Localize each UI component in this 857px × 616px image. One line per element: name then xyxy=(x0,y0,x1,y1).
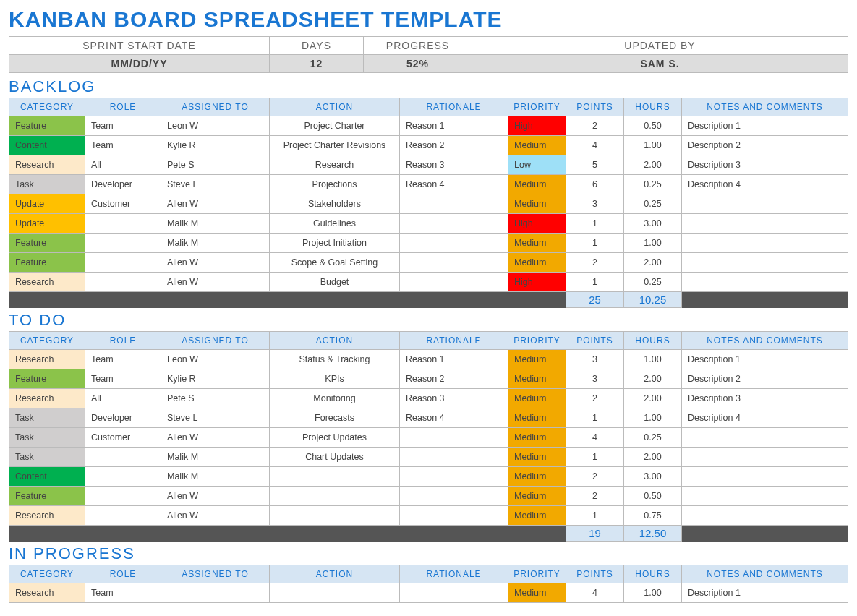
cell-action[interactable]: Stakeholders xyxy=(270,194,400,214)
cell-notes[interactable]: Description 4 xyxy=(682,175,848,194)
cell-role[interactable] xyxy=(85,234,161,253)
cell-rationale[interactable] xyxy=(400,428,508,448)
cell-role[interactable] xyxy=(85,487,161,506)
cell-priority[interactable]: High xyxy=(508,116,566,136)
cell-assigned[interactable] xyxy=(161,583,270,603)
cell-points[interactable]: 4 xyxy=(566,428,624,448)
cell-notes[interactable] xyxy=(682,273,848,292)
cell-notes[interactable] xyxy=(682,506,848,526)
cell-assigned[interactable]: Malik M xyxy=(161,214,270,234)
cell-notes[interactable] xyxy=(682,428,848,448)
cell-priority[interactable]: Medium xyxy=(508,428,566,448)
cell-notes[interactable] xyxy=(682,467,848,487)
header-value-updated[interactable]: SAM S. xyxy=(472,55,848,73)
cell-role[interactable]: Developer xyxy=(85,175,161,194)
cell-action[interactable]: Project Charter xyxy=(270,116,400,136)
cell-points[interactable]: 1 xyxy=(566,273,624,292)
cell-priority[interactable]: Medium xyxy=(508,253,566,273)
cell-hours[interactable]: 1.00 xyxy=(624,234,682,253)
cell-notes[interactable]: Description 1 xyxy=(682,116,848,136)
cell-priority[interactable]: High xyxy=(508,214,566,234)
cell-rationale[interactable]: Reason 3 xyxy=(400,155,508,175)
cell-rationale[interactable]: Reason 2 xyxy=(400,369,508,389)
cell-notes[interactable]: Description 2 xyxy=(682,369,848,389)
cell-rationale[interactable] xyxy=(400,273,508,292)
cell-role[interactable]: Team xyxy=(85,583,161,603)
cell-rationale[interactable] xyxy=(400,583,508,603)
cell-role[interactable]: Customer xyxy=(85,428,161,448)
cell-role[interactable]: All xyxy=(85,155,161,175)
cell-role[interactable] xyxy=(85,253,161,273)
cell-points[interactable]: 3 xyxy=(566,369,624,389)
cell-hours[interactable]: 2.00 xyxy=(624,448,682,467)
cell-action[interactable]: Project Initiation xyxy=(270,234,400,253)
cell-assigned[interactable]: Leon W xyxy=(161,350,270,369)
cell-rationale[interactable]: Reason 4 xyxy=(400,408,508,428)
cell-assigned[interactable]: Malik M xyxy=(161,234,270,253)
cell-category[interactable]: Task xyxy=(9,175,85,194)
cell-category[interactable]: Feature xyxy=(9,369,85,389)
cell-assigned[interactable]: Pete S xyxy=(161,155,270,175)
cell-points[interactable]: 3 xyxy=(566,194,624,214)
cell-hours[interactable]: 2.00 xyxy=(624,389,682,408)
cell-priority[interactable]: Medium xyxy=(508,408,566,428)
cell-hours[interactable]: 1.00 xyxy=(624,408,682,428)
cell-priority[interactable]: Medium xyxy=(508,583,566,603)
cell-action[interactable]: Project Updates xyxy=(270,428,400,448)
cell-rationale[interactable]: Reason 2 xyxy=(400,136,508,155)
cell-hours[interactable]: 0.25 xyxy=(624,194,682,214)
cell-category[interactable]: Task xyxy=(9,428,85,448)
cell-notes[interactable] xyxy=(682,214,848,234)
cell-priority[interactable]: Medium xyxy=(508,350,566,369)
cell-points[interactable]: 5 xyxy=(566,155,624,175)
cell-rationale[interactable] xyxy=(400,234,508,253)
cell-rationale[interactable] xyxy=(400,506,508,526)
cell-assigned[interactable]: Malik M xyxy=(161,467,270,487)
cell-category[interactable]: Research xyxy=(9,273,85,292)
cell-priority[interactable]: Low xyxy=(508,155,566,175)
cell-assigned[interactable]: Allen W xyxy=(161,194,270,214)
cell-points[interactable]: 1 xyxy=(566,214,624,234)
cell-points[interactable]: 1 xyxy=(566,448,624,467)
cell-hours[interactable]: 0.25 xyxy=(624,428,682,448)
cell-points[interactable]: 4 xyxy=(566,583,624,603)
cell-action[interactable] xyxy=(270,506,400,526)
cell-priority[interactable]: Medium xyxy=(508,136,566,155)
cell-hours[interactable]: 2.00 xyxy=(624,253,682,273)
cell-priority[interactable]: Medium xyxy=(508,467,566,487)
cell-hours[interactable]: 3.00 xyxy=(624,214,682,234)
cell-notes[interactable] xyxy=(682,448,848,467)
cell-category[interactable]: Task xyxy=(9,408,85,428)
cell-hours[interactable]: 3.00 xyxy=(624,467,682,487)
cell-notes[interactable] xyxy=(682,487,848,506)
cell-rationale[interactable] xyxy=(400,487,508,506)
cell-category[interactable]: Content xyxy=(9,136,85,155)
cell-priority[interactable]: Medium xyxy=(508,369,566,389)
cell-category[interactable]: Research xyxy=(9,583,85,603)
cell-priority[interactable]: Medium xyxy=(508,448,566,467)
cell-rationale[interactable]: Reason 3 xyxy=(400,389,508,408)
cell-notes[interactable] xyxy=(682,194,848,214)
cell-category[interactable]: Task xyxy=(9,448,85,467)
cell-role[interactable] xyxy=(85,467,161,487)
cell-role[interactable] xyxy=(85,214,161,234)
cell-rationale[interactable] xyxy=(400,214,508,234)
cell-assigned[interactable]: Steve L xyxy=(161,175,270,194)
header-value-start[interactable]: MM/DD/YY xyxy=(9,55,270,73)
cell-rationale[interactable] xyxy=(400,448,508,467)
cell-action[interactable] xyxy=(270,583,400,603)
cell-rationale[interactable]: Reason 4 xyxy=(400,175,508,194)
cell-action[interactable]: KPIs xyxy=(270,369,400,389)
cell-priority[interactable]: Medium xyxy=(508,487,566,506)
cell-points[interactable]: 3 xyxy=(566,350,624,369)
cell-notes[interactable]: Description 1 xyxy=(682,350,848,369)
cell-notes[interactable]: Description 2 xyxy=(682,136,848,155)
cell-assigned[interactable]: Pete S xyxy=(161,389,270,408)
cell-action[interactable]: Chart Updates xyxy=(270,448,400,467)
cell-category[interactable]: Update xyxy=(9,214,85,234)
cell-action[interactable]: Research xyxy=(270,155,400,175)
cell-hours[interactable]: 0.25 xyxy=(624,273,682,292)
cell-action[interactable]: Forecasts xyxy=(270,408,400,428)
cell-action[interactable] xyxy=(270,467,400,487)
cell-category[interactable]: Feature xyxy=(9,253,85,273)
